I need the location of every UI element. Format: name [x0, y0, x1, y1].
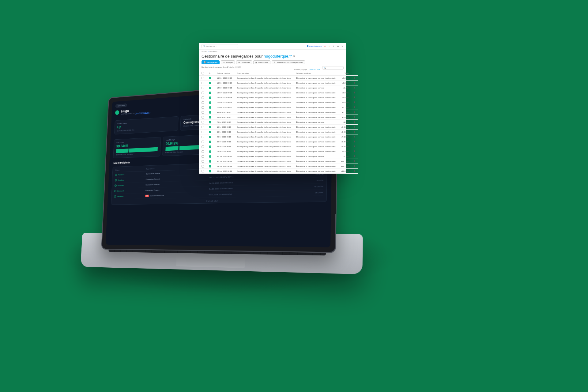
backup-date[interactable]: 14 Fév 2025 00:15	[214, 85, 235, 90]
download-icon[interactable]: ⬇	[351, 90, 358, 95]
download-icon[interactable]: ⬇	[351, 81, 358, 85]
backup-date[interactable]: 9 Fév 2025 00:15	[214, 110, 235, 115]
table-row[interactable]: 1 Fév 2025 00:15Sauvegarde planifiée. In…	[199, 149, 358, 154]
download-icon[interactable]: ⬇	[351, 85, 358, 90]
download-icon[interactable]: ⬇	[351, 115, 358, 120]
table-row[interactable]: 29 Jan 2025 00:19Sauvegarde planifiée. I…	[199, 164, 358, 169]
backup-date[interactable]: 1 Fév 2025 00:15	[214, 149, 235, 154]
backup-date[interactable]: 6 Fév 2025 00:15	[214, 125, 235, 130]
schedule-button[interactable]: ▦Planification	[253, 60, 270, 64]
help-icon[interactable]: ?	[332, 45, 335, 48]
download-icon[interactable]: ⬇	[351, 95, 358, 100]
backup-date[interactable]: 5 Fév 2025 00:15	[214, 130, 235, 134]
table-row[interactable]: 10 Fév 2025 00:15Sauvegarde planifiée. I…	[199, 105, 358, 110]
user-menu[interactable]: 👤 Hugo Duterque	[307, 45, 322, 47]
backup-size[interactable]: 181 Mo	[338, 154, 351, 159]
table-row[interactable]: 28 Jan 2025 00:19Sauvegarde planifiée. I…	[199, 169, 358, 174]
backup-size[interactable]: +5.45 Mo	[338, 125, 351, 130]
table-row[interactable]: 11 Fév 2025 00:15Sauvegarde planifiée. I…	[199, 100, 358, 105]
backup-size[interactable]: +6.7 Mo	[338, 105, 351, 110]
backup-size[interactable]: +5.0 Mo	[338, 115, 351, 120]
table-row[interactable]: 12 Fév 2025 00:15Sauvegarde planifiée. I…	[199, 95, 358, 100]
backup-size[interactable]: +19.0 Mo	[338, 169, 351, 174]
select-all-checkbox[interactable]	[202, 72, 204, 74]
backup-date[interactable]: 31 Jan 2025 00:19	[214, 154, 235, 159]
download-icon[interactable]: ⬇	[351, 144, 358, 149]
row-checkbox[interactable]	[202, 82, 204, 84]
backup-date[interactable]: 10 Fév 2025 00:15	[214, 105, 235, 110]
table-search-input[interactable]: 🔍	[322, 66, 344, 70]
table-row[interactable]: 15 Fév 2025 00:19Sauvegarde planifiée. I…	[199, 81, 358, 85]
download-icon[interactable]: ⬇	[351, 139, 358, 144]
backup-date[interactable]: 13 Fév 2025 00:15	[214, 90, 235, 95]
table-row[interactable]: 30 Jan 2025 00:19Sauvegarde planifiée. I…	[199, 159, 358, 164]
row-checkbox[interactable]	[202, 101, 204, 104]
backup-date[interactable]: 12 Fév 2025 00:15	[214, 95, 235, 100]
row-checkbox[interactable]	[202, 111, 204, 114]
row-checkbox[interactable]	[202, 141, 204, 143]
backup-date[interactable]: 29 Jan 2025 00:19	[214, 164, 235, 169]
row-checkbox[interactable]	[202, 136, 204, 138]
backup-size[interactable]: +5.0 Mo	[338, 90, 351, 95]
download-icon[interactable]: ⬇	[351, 159, 358, 164]
backup-date[interactable]: 30 Jan 2025 00:19	[214, 159, 235, 164]
backup-size[interactable]: +5.30 Mo	[338, 139, 351, 144]
row-checkbox[interactable]	[202, 155, 204, 158]
download-icon[interactable]: ⬇	[351, 110, 358, 115]
row-checkbox[interactable]	[202, 165, 204, 168]
nav-monitoring-tag[interactable]: Monitoring	[115, 104, 127, 108]
settings-icon[interactable]: ⚙	[336, 45, 339, 48]
backup-date[interactable]: 2 Fév 2025 00:15	[214, 144, 235, 149]
table-row[interactable]: 5 Fév 2025 00:15Sauvegarde planifiée. In…	[199, 130, 358, 134]
backup-size[interactable]: +13.1 Mo	[338, 164, 351, 169]
backup-date[interactable]: 8 Fév 2025 00:15	[214, 115, 235, 120]
table-row[interactable]: 9 Fév 2025 00:15Sauvegarde planifiée. In…	[199, 110, 358, 115]
download-icon[interactable]: ⬇	[351, 76, 358, 81]
delete-button[interactable]: ✖Supprimer	[236, 60, 252, 64]
row-checkbox[interactable]	[202, 160, 204, 163]
download-icon[interactable]: ⬇	[351, 120, 358, 125]
download-icon[interactable]: ⬇	[351, 130, 358, 134]
backup-size[interactable]: 181 Mo	[338, 85, 351, 90]
row-checkbox[interactable]	[202, 145, 204, 148]
backup-size[interactable]: +4.38 Mo	[338, 134, 351, 139]
row-checkbox[interactable]	[202, 170, 204, 172]
download-icon[interactable]: ⬇	[351, 149, 358, 154]
download-icon[interactable]: ⬇	[351, 169, 358, 174]
row-checkbox[interactable]	[202, 77, 204, 79]
table-row[interactable]: 31 Jan 2025 00:19Sauvegarde planifiée. I…	[199, 154, 358, 159]
table-row[interactable]: 7 Fév 2025 00:15Sauvegarde planifiée. In…	[199, 120, 358, 125]
table-row[interactable]: 3 Fév 2025 00:15Sauvegarde planifiée. In…	[199, 139, 358, 144]
row-checkbox[interactable]	[202, 126, 204, 128]
backup-date[interactable]: 11 Fév 2025 00:15	[214, 100, 235, 105]
backup-button[interactable]: 💾Sauvegardes	[202, 60, 220, 64]
warning-icon[interactable]: △	[328, 45, 331, 48]
refresh-icon[interactable]: ↻	[341, 45, 344, 48]
backup-size[interactable]: +6.7 Mo	[338, 110, 351, 115]
table-row[interactable]: 2 Fév 2025 00:15Sauvegarde planifiée. In…	[199, 144, 358, 149]
backup-size[interactable]: 180 Mo	[338, 120, 351, 125]
download-icon[interactable]: ⬇	[351, 164, 358, 169]
backup-date[interactable]: 15 Fév 2025 00:19	[214, 81, 235, 85]
backup-size[interactable]: +5.0 Mo	[338, 95, 351, 100]
row-checkbox[interactable]	[202, 131, 204, 133]
row-checkbox[interactable]	[202, 150, 204, 153]
send-button[interactable]: ☁Envoyer	[221, 60, 235, 64]
backup-date[interactable]: 16 Fév 2025 00:15	[214, 76, 235, 81]
domain-link[interactable]: hugoduterque.fr	[264, 54, 292, 58]
row-checkbox[interactable]	[202, 87, 204, 89]
per-page-selector[interactable]: Entrées par page : 10 25 100 Tout	[294, 69, 320, 70]
table-row[interactable]: 6 Fév 2025 00:15Sauvegarde planifiée. In…	[199, 125, 358, 130]
backup-size[interactable]: +12.7 Mo	[338, 159, 351, 164]
backup-size[interactable]: +5.43 Mo	[338, 130, 351, 134]
download-icon[interactable]: ⬇	[351, 125, 358, 130]
row-checkbox[interactable]	[202, 121, 204, 123]
remote-storage-button[interactable]: ⚙Paramètres du stockage distant	[272, 60, 305, 64]
table-row[interactable]: 13 Fév 2025 00:15Sauvegarde planifiée. I…	[199, 90, 358, 95]
backup-date[interactable]: 28 Jan 2025 00:19	[214, 169, 235, 174]
table-row[interactable]: 14 Fév 2025 00:15Sauvegarde planifiée. I…	[199, 85, 358, 90]
table-row[interactable]: 4 Fév 2025 00:15Sauvegarde planifiée. In…	[199, 134, 358, 139]
row-checkbox[interactable]	[202, 106, 204, 109]
table-row[interactable]: 8 Fév 2025 00:15Sauvegarde planifiée. In…	[199, 115, 358, 120]
search-input[interactable]: 🔍 Rechercher…	[202, 44, 238, 48]
